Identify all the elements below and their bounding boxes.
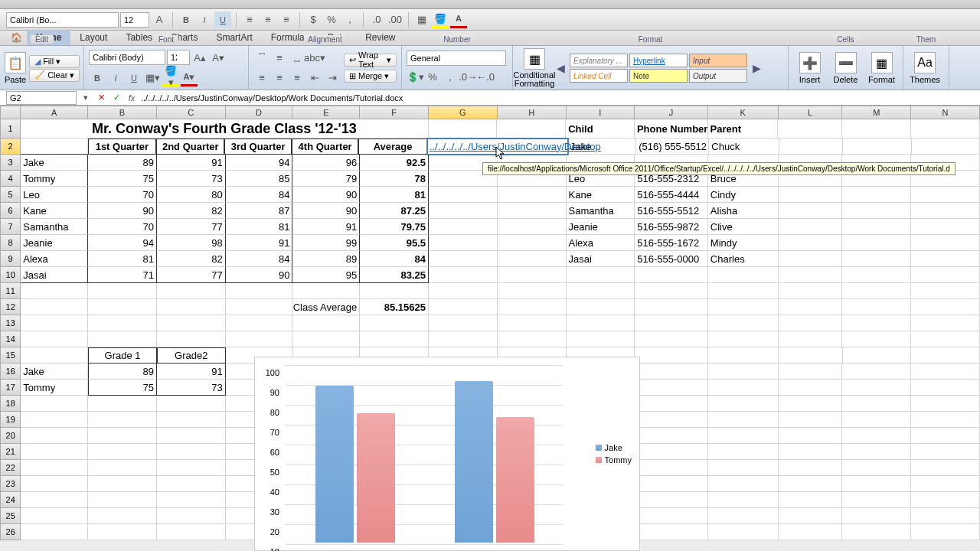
cell[interactable]: [708, 444, 779, 460]
col-header-M[interactable]: M: [842, 106, 911, 119]
cell[interactable]: [88, 396, 157, 412]
valign-bot-icon[interactable]: ⎵: [289, 50, 305, 67]
grade-cell[interactable]: 82: [157, 203, 226, 219]
grade-cell[interactable]: 99: [292, 235, 360, 251]
cell[interactable]: [842, 476, 911, 492]
contact-child[interactable]: Jeanie: [567, 219, 635, 235]
cell[interactable]: [498, 251, 567, 267]
cell[interactable]: [911, 315, 980, 331]
contact-child[interactable]: Jasai: [567, 251, 635, 267]
styles-next-icon[interactable]: ▶: [750, 53, 763, 83]
cell[interactable]: [88, 508, 157, 524]
cell[interactable]: [498, 203, 567, 219]
cell[interactable]: [708, 396, 779, 412]
header-3[interactable]: 4th Quarter: [292, 139, 358, 155]
cell[interactable]: [567, 315, 635, 331]
header-1[interactable]: 2nd Quarter: [156, 139, 224, 155]
cell[interactable]: [779, 412, 843, 428]
cell[interactable]: [779, 187, 843, 203]
percent-btn[interactable]: %: [424, 69, 441, 86]
cell[interactable]: [88, 331, 157, 347]
row-header-26[interactable]: 26: [0, 524, 21, 540]
grow-font-icon[interactable]: A▴: [191, 50, 208, 67]
cell[interactable]: [292, 283, 360, 299]
row-header-2[interactable]: 2: [0, 139, 21, 155]
grade-cell[interactable]: 90: [88, 203, 157, 219]
cell[interactable]: [635, 524, 708, 540]
cell[interactable]: [779, 460, 843, 476]
underline-icon[interactable]: U: [214, 11, 231, 28]
cell[interactable]: [635, 396, 708, 412]
cell[interactable]: [842, 428, 911, 444]
cell[interactable]: [635, 428, 708, 444]
bold-icon[interactable]: B: [178, 11, 194, 28]
qt-font-size[interactable]: [120, 12, 149, 28]
cell[interactable]: [779, 380, 843, 396]
cell[interactable]: [779, 444, 843, 460]
contact-phone[interactable]: 516-555-1672: [635, 235, 708, 251]
cell[interactable]: [226, 315, 293, 331]
cell[interactable]: [911, 412, 980, 428]
cell[interactable]: [429, 267, 498, 283]
contact-phone[interactable]: 516-555-4444: [635, 187, 708, 203]
cell[interactable]: [88, 444, 157, 460]
contact-phone[interactable]: 516-555-0000: [635, 251, 708, 267]
cell[interactable]: [21, 492, 88, 508]
cell[interactable]: [498, 299, 567, 315]
cell[interactable]: [708, 476, 779, 492]
cell[interactable]: [429, 251, 498, 267]
cell[interactable]: [779, 364, 843, 380]
cell[interactable]: [912, 139, 980, 155]
cell[interactable]: [911, 476, 980, 492]
cell[interactable]: [21, 412, 88, 428]
avg-cell-6[interactable]: 84: [360, 251, 429, 267]
underline-btn[interactable]: U: [126, 70, 142, 86]
italic-btn[interactable]: I: [107, 70, 124, 86]
cell[interactable]: [779, 267, 843, 283]
indent-dec-icon[interactable]: ⇤: [306, 70, 323, 86]
cell[interactable]: [635, 476, 708, 492]
cell[interactable]: [911, 380, 980, 396]
cell[interactable]: [842, 331, 911, 347]
cell[interactable]: [911, 460, 980, 476]
cell[interactable]: [157, 508, 226, 524]
col-header-A[interactable]: A: [21, 106, 88, 119]
avg-cell-4[interactable]: 79.75: [360, 219, 429, 235]
cell[interactable]: [21, 444, 88, 460]
cell[interactable]: [779, 476, 843, 492]
row-header-18[interactable]: 18: [0, 396, 21, 412]
cell[interactable]: [635, 331, 708, 347]
cell[interactable]: [708, 283, 779, 299]
cell[interactable]: [635, 492, 708, 508]
grade-cell[interactable]: 96: [292, 155, 360, 171]
cell[interactable]: [157, 476, 226, 492]
cell[interactable]: [157, 396, 226, 412]
cell[interactable]: [708, 412, 779, 428]
grade-cell[interactable]: 90: [292, 203, 360, 219]
cell[interactable]: [635, 460, 708, 476]
cell[interactable]: [708, 347, 779, 364]
cell[interactable]: [498, 283, 567, 299]
col-header-H[interactable]: H: [498, 106, 567, 119]
cell[interactable]: [911, 251, 980, 267]
font-color-icon[interactable]: A: [450, 11, 467, 28]
cell[interactable]: [157, 524, 226, 540]
conditional-formatting-button[interactable]: ▦Conditional Formatting: [518, 47, 551, 89]
row-header-10[interactable]: 10: [0, 267, 21, 283]
cell[interactable]: [429, 235, 498, 251]
cell[interactable]: [292, 331, 360, 347]
row-header-16[interactable]: 16: [0, 364, 21, 380]
cell[interactable]: [779, 251, 843, 267]
worksheet[interactable]: ABCDEFGHIJKLMN 1Mr. Conway's Fourth Grad…: [0, 106, 980, 540]
inc-dec-btn[interactable]: .0→: [459, 69, 476, 86]
tab-review[interactable]: Review: [356, 30, 404, 45]
cell[interactable]: [567, 331, 635, 347]
cell[interactable]: [157, 283, 226, 299]
align-right-icon[interactable]: ≡: [278, 11, 295, 28]
contact-parent[interactable]: Charles: [708, 251, 779, 267]
cell[interactable]: [429, 219, 498, 235]
mini-header-0[interactable]: Grade 1: [88, 347, 157, 364]
row-header-17[interactable]: 17: [0, 380, 21, 396]
qt-font-family[interactable]: [6, 12, 119, 28]
cell[interactable]: [157, 412, 226, 428]
